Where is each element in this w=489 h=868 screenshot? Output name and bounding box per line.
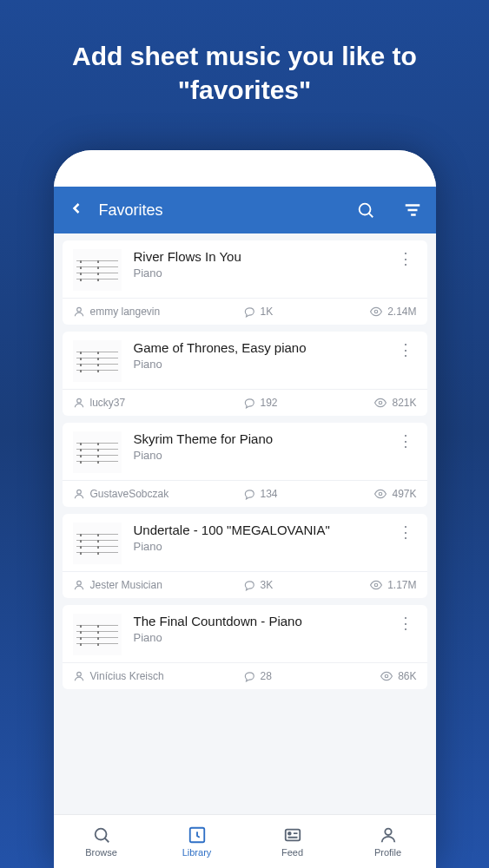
nav-label: Browse <box>85 847 117 858</box>
comment-icon <box>243 579 255 591</box>
svg-point-14 <box>287 832 290 835</box>
item-instrument: Piano <box>134 449 382 462</box>
item-title: Undertale - 100 "MEGALOVANIA" <box>134 523 382 537</box>
promo-line1: Add sheet music you like to <box>72 39 417 73</box>
app-header: Favorites <box>54 187 436 233</box>
user-icon <box>73 397 85 409</box>
item-comments: 192 <box>261 397 278 409</box>
nav-library[interactable]: Library <box>149 815 245 868</box>
status-bar <box>54 150 436 187</box>
svg-point-4 <box>380 401 383 404</box>
item-user: emmy langevin <box>90 306 161 318</box>
item-views: 1.17M <box>387 579 416 591</box>
more-icon[interactable]: ⋮ <box>394 249 417 291</box>
user-icon <box>73 306 85 318</box>
item-user: Jester Musician <box>90 579 162 591</box>
item-comments: 134 <box>261 488 278 500</box>
list-item[interactable]: Undertale - 100 "MEGALOVANIA" Piano ⋮ Je… <box>63 514 427 598</box>
svg-point-7 <box>76 581 81 585</box>
sheet-thumbnail <box>73 249 122 291</box>
item-stats: GustaveSobczak 134 497K <box>63 480 427 507</box>
item-views: 2.14M <box>387 306 416 318</box>
list-item-main[interactable]: The Final Countdown - Piano Piano ⋮ <box>63 605 427 662</box>
nav-profile[interactable]: Profile <box>340 815 436 868</box>
more-icon[interactable]: ⋮ <box>394 523 417 564</box>
nav-label: Feed <box>281 847 303 858</box>
svg-point-11 <box>95 829 106 840</box>
item-user: GustaveSobczak <box>90 488 169 500</box>
sheet-thumbnail <box>73 523 122 564</box>
list-item-info: Skyrim Theme for Piano Piano <box>134 431 382 473</box>
eye-icon <box>380 670 393 682</box>
sheet-thumbnail <box>73 614 122 655</box>
comment-icon <box>243 670 255 682</box>
item-user: lucky37 <box>90 397 126 409</box>
item-instrument: Piano <box>134 540 382 553</box>
item-comments: 3K <box>261 579 274 591</box>
list-item-info: The Final Countdown - Piano Piano <box>134 614 382 655</box>
item-views: 497K <box>392 488 416 500</box>
user-icon <box>73 579 85 591</box>
eye-icon <box>370 306 382 318</box>
item-comments: 1K <box>261 306 274 318</box>
list-item-main[interactable]: Undertale - 100 "MEGALOVANIA" Piano ⋮ <box>63 514 427 571</box>
profile-icon <box>379 825 398 845</box>
promo-heading: Add sheet music you like to "favorites" <box>72 39 417 107</box>
list-item-main[interactable]: Skyrim Theme for Piano Piano ⋮ <box>63 423 427 480</box>
back-icon[interactable] <box>68 198 85 222</box>
list-item-info: Game of Thrones, Easy piano Piano <box>134 340 382 382</box>
item-title: Skyrim Theme for Piano <box>134 431 382 446</box>
item-user: Vinícius Kreisch <box>90 670 164 682</box>
list-item-main[interactable]: River Flows In You Piano ⋮ <box>63 240 427 298</box>
list-item[interactable]: Game of Thrones, Easy piano Piano ⋮ luck… <box>63 332 427 416</box>
eye-icon <box>374 488 387 500</box>
page-title: Favorites <box>99 201 328 220</box>
item-title: The Final Countdown - Piano <box>134 614 382 628</box>
item-stats: Vinícius Kreisch 28 86K <box>63 662 427 689</box>
search-icon[interactable] <box>356 201 375 220</box>
comment-icon <box>243 306 255 318</box>
item-views: 821K <box>392 397 416 409</box>
more-icon[interactable]: ⋮ <box>394 340 417 382</box>
item-title: Game of Thrones, Easy piano <box>134 340 382 355</box>
eye-icon <box>374 397 387 409</box>
feed-icon <box>283 825 302 845</box>
item-title: River Flows In You <box>134 249 382 264</box>
svg-point-6 <box>380 492 383 496</box>
eye-icon <box>370 579 382 591</box>
list-item-main[interactable]: Game of Thrones, Easy piano Piano ⋮ <box>63 332 427 389</box>
list-item[interactable]: Skyrim Theme for Piano Piano ⋮ GustaveSo… <box>63 423 427 507</box>
user-icon <box>73 670 85 682</box>
favorites-list: River Flows In You Piano ⋮ emmy langevin… <box>54 233 436 814</box>
user-icon <box>73 488 85 500</box>
item-stats: Jester Musician 3K 1.17M <box>63 571 427 598</box>
promo-line2: "favorites" <box>72 73 417 107</box>
item-comments: 28 <box>261 670 272 682</box>
list-item-info: River Flows In You Piano <box>134 249 382 291</box>
svg-point-15 <box>385 829 391 835</box>
svg-point-0 <box>359 204 370 215</box>
item-stats: emmy langevin 1K 2.14M <box>63 298 427 325</box>
sheet-thumbnail <box>73 431 122 473</box>
svg-point-10 <box>385 674 388 678</box>
nav-label: Profile <box>374 847 401 858</box>
item-stats: lucky37 192 821K <box>63 389 427 416</box>
list-item[interactable]: River Flows In You Piano ⋮ emmy langevin… <box>63 240 427 325</box>
bottom-nav: Browse Library Feed Profile <box>54 814 436 868</box>
list-item[interactable]: The Final Countdown - Piano Piano ⋮ Viní… <box>63 605 427 689</box>
svg-point-8 <box>374 583 378 587</box>
svg-point-3 <box>76 398 81 403</box>
more-icon[interactable]: ⋮ <box>394 614 417 655</box>
svg-point-1 <box>76 307 81 312</box>
comment-icon <box>243 397 255 409</box>
search-icon <box>92 825 111 845</box>
svg-point-5 <box>76 490 81 494</box>
nav-feed[interactable]: Feed <box>245 815 340 868</box>
sort-icon[interactable] <box>403 201 422 220</box>
comment-icon <box>243 488 255 500</box>
item-views: 86K <box>398 670 416 682</box>
more-icon[interactable]: ⋮ <box>394 431 417 473</box>
item-instrument: Piano <box>134 631 382 644</box>
phone-frame: Favorites River Flows In You Piano ⋮ <box>54 150 436 868</box>
nav-browse[interactable]: Browse <box>54 815 149 868</box>
